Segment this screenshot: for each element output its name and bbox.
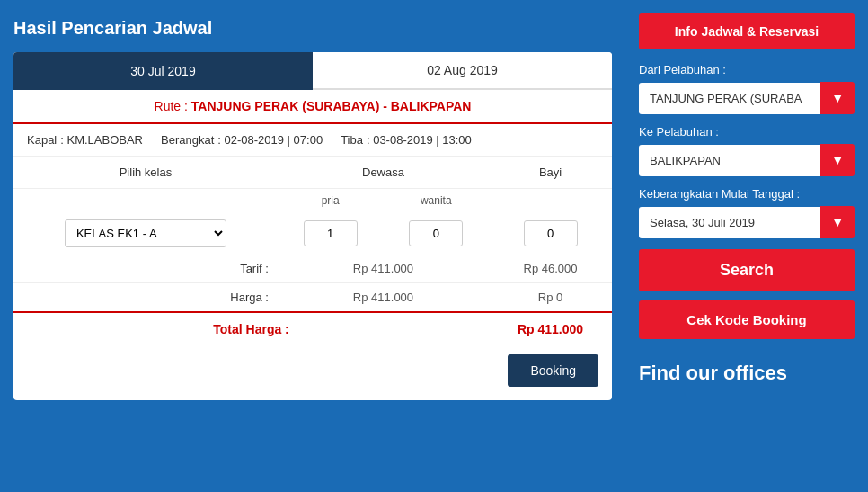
qty-pria-input[interactable] xyxy=(304,220,358,246)
ke-pelabuhan-label: Ke Pelabuhan : xyxy=(639,125,855,139)
left-panel: Hasil Pencarian Jadwal 30 Jul 2019 02 Au… xyxy=(0,0,625,492)
qty-wanita-cell xyxy=(383,212,489,255)
booking-table: Pilih kelas Dewasa Bayi pria wanita KELA… xyxy=(13,157,612,345)
tarif-label: Tarif : xyxy=(13,255,278,283)
cek-booking-button[interactable]: Cek Kode Booking xyxy=(639,300,855,339)
dari-pelabuhan-label: Dari Pelabuhan : xyxy=(639,63,855,76)
ke-pelabuhan-arrow[interactable]: ▼ xyxy=(820,144,855,176)
class-select[interactable]: KELAS EK1 - A KELAS EK1 - B KELAS VIP KE… xyxy=(65,219,226,247)
sub-wanita: wanita xyxy=(383,189,489,213)
ke-pelabuhan-dropdown: ▼ xyxy=(639,144,855,176)
sub-bayi-empty xyxy=(489,189,612,213)
harga-dewasa: Rp 411.000 xyxy=(278,283,489,313)
tarif-row: Tarif : Rp 411.000 Rp 46.000 xyxy=(13,255,612,283)
date-tabs: 30 Jul 2019 02 Aug 2019 xyxy=(13,52,612,90)
col-header-dewasa: Dewasa xyxy=(278,157,489,189)
keberangkatan-label: Keberangkatan Mulai Tanggal : xyxy=(639,187,855,201)
tiba-value: : 03-08-2019 | 13:00 xyxy=(367,133,472,147)
ship-kapal: Kapal : KM.LABOBAR xyxy=(27,133,143,147)
ship-berangkat: Berangkat : 02-08-2019 | 07:00 xyxy=(161,133,323,147)
tarif-dewasa: Rp 411.000 xyxy=(278,255,489,283)
total-value: Rp 411.000 xyxy=(489,312,612,345)
sub-empty xyxy=(13,189,278,213)
class-select-cell: KELAS EK1 - A KELAS EK1 - B KELAS VIP KE… xyxy=(13,212,278,255)
total-label: Total Harga : xyxy=(13,312,489,345)
col-header-bayi: Bayi xyxy=(489,157,612,189)
ship-info-row: Kapal : KM.LABOBAR Berangkat : 02-08-201… xyxy=(13,124,612,157)
qty-pria-cell xyxy=(278,212,384,255)
harga-row: Harga : Rp 411.000 Rp 0 xyxy=(13,283,612,313)
info-header: Info Jadwal & Reservasi xyxy=(639,13,855,49)
qty-bayi-input[interactable] xyxy=(524,220,578,246)
page-title: Hasil Pencarian Jadwal xyxy=(13,18,612,39)
dari-pelabuhan-section: Dari Pelabuhan : ▼ xyxy=(639,63,855,114)
qty-bayi-cell xyxy=(489,212,612,255)
harga-label: Harga : xyxy=(13,283,278,313)
class-qty-row: KELAS EK1 - A KELAS EK1 - B KELAS VIP KE… xyxy=(13,212,612,255)
results-container: 30 Jul 2019 02 Aug 2019 Rute : TANJUNG P… xyxy=(13,52,612,400)
booking-btn-row: Booking xyxy=(13,345,612,400)
kapal-label: Kapal xyxy=(27,133,57,147)
dari-pelabuhan-arrow[interactable]: ▼ xyxy=(820,82,855,114)
search-button[interactable]: Search xyxy=(639,249,855,291)
berangkat-label: Berangkat xyxy=(161,133,214,147)
qty-wanita-input[interactable] xyxy=(409,220,463,246)
ship-tiba: Tiba : 03-08-2019 | 13:00 xyxy=(341,133,472,147)
find-offices: Find our offices xyxy=(639,362,855,385)
tab-date-2[interactable]: 02 Aug 2019 xyxy=(313,52,612,90)
route-label: Rute : xyxy=(155,99,188,113)
tab-date-1[interactable]: 30 Jul 2019 xyxy=(13,52,313,90)
tiba-label: Tiba xyxy=(341,133,363,147)
keberangkatan-section: Keberangkatan Mulai Tanggal : ▼ xyxy=(639,187,855,238)
tarif-bayi: Rp 46.000 xyxy=(489,255,612,283)
ke-pelabuhan-input[interactable] xyxy=(639,145,820,176)
dari-pelabuhan-input[interactable] xyxy=(639,83,820,114)
col-header-kelas: Pilih kelas xyxy=(13,157,278,189)
kapal-value: : KM.LABOBAR xyxy=(60,133,143,147)
route-text: TANJUNG PERAK (SURABAYA) - BALIKPAPAN xyxy=(191,99,472,113)
berangkat-value: : 02-08-2019 | 07:00 xyxy=(217,133,323,147)
keberangkatan-arrow[interactable]: ▼ xyxy=(820,206,855,238)
keberangkatan-dropdown: ▼ xyxy=(639,206,855,238)
keberangkatan-input[interactable] xyxy=(639,207,820,238)
ke-pelabuhan-section: Ke Pelabuhan : ▼ xyxy=(639,125,855,176)
total-row: Total Harga : Rp 411.000 xyxy=(13,312,612,345)
dari-pelabuhan-dropdown: ▼ xyxy=(639,82,855,114)
harga-bayi: Rp 0 xyxy=(489,283,612,313)
sub-pria: pria xyxy=(278,189,384,213)
route-bar: Rute : TANJUNG PERAK (SURABAYA) - BALIKP… xyxy=(13,90,612,124)
right-panel: Info Jadwal & Reservasi Dari Pelabuhan :… xyxy=(625,0,868,492)
booking-button[interactable]: Booking xyxy=(508,354,598,387)
